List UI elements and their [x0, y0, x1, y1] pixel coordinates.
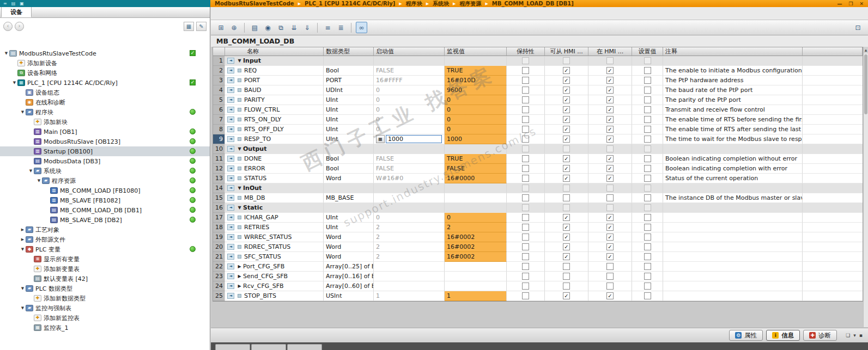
table-row[interactable]: 24◄▶Rcv_CFG_SFBArray[0..60] of Byte	[213, 281, 863, 291]
table-row[interactable]: 23◄▶Send_CFG_SFBArray[0..16] of Byte	[213, 272, 863, 281]
table-row[interactable]: 12◄ERRORBoolFALSEFALSEBoolean indicating…	[213, 164, 863, 174]
tree-expander-icon[interactable]: ▼	[11, 81, 17, 85]
table-row[interactable]: 6◄FLOW_CTRLUInt00Transmit and receive fl…	[213, 105, 863, 115]
column-header[interactable]: 在 HMI ...	[588, 47, 632, 56]
hmi-accessible-checkbox[interactable]	[563, 116, 570, 123]
hmi-visible-checkbox[interactable]	[606, 106, 614, 113]
tree-expander-icon[interactable]: ▼	[20, 247, 26, 251]
tree-item[interactable]: ▼▰程序块	[0, 107, 210, 117]
row-expander-icon[interactable]: ▼	[236, 205, 243, 210]
start-value-cell[interactable]: FALSE	[374, 66, 445, 76]
start-value-cell[interactable]	[374, 193, 445, 203]
table-row[interactable]: 20◄RDREC_STATUSWord216#0002	[213, 242, 863, 252]
data-type-cell[interactable]: USInt	[324, 291, 374, 301]
data-type-cell[interactable]: UInt	[324, 134, 374, 144]
tree-item[interactable]: ▥ModbusRtuSlave [OB123]	[0, 137, 210, 146]
variable-name-cell[interactable]: ◄PORT	[225, 76, 324, 85]
hmi-accessible-checkbox[interactable]	[563, 67, 570, 74]
insert-row-icon[interactable]: ⊞	[215, 22, 227, 33]
tree-expander-icon[interactable]: ▶	[20, 228, 26, 232]
forward-button[interactable]: ›	[15, 22, 24, 31]
start-value-cell[interactable]: 0	[374, 213, 445, 223]
tree-item[interactable]: ▥MB_COMM_LOAD [FB1080]	[0, 186, 210, 195]
breadcrumb-item[interactable]: 程序块	[406, 0, 422, 7]
tree-item[interactable]: ▤MB_SLAVE_DB [DB2]	[0, 215, 210, 225]
edit-columns-icon[interactable]: ✎	[196, 22, 207, 31]
variable-name-cell[interactable]: ◄ICHAR_GAP	[225, 213, 324, 223]
setpoint-checkbox[interactable]	[644, 87, 651, 94]
variable-name-cell[interactable]: ◄STOP_BITS	[225, 291, 324, 301]
retain-checkbox[interactable]	[522, 145, 529, 152]
hmi-visible-checkbox[interactable]	[606, 165, 614, 172]
start-value-cell[interactable]: ▦1000	[374, 134, 445, 144]
tree-item[interactable]: ◉在线和诊断	[0, 97, 210, 107]
retain-checkbox[interactable]	[522, 57, 529, 64]
breadcrumb-item[interactable]: ModbusRtuSlaveTestCode	[215, 1, 294, 7]
comment-cell[interactable]: Boolean indicating completion with error	[663, 164, 803, 174]
tree-item[interactable]: ⧉设备和网络	[0, 68, 210, 78]
tree-item[interactable]: ▼▰PLC 数据类型	[0, 284, 210, 293]
data-type-cell[interactable]: Bool	[324, 154, 374, 164]
start-value-cell[interactable]: 0	[374, 115, 445, 125]
breadcrumb-item[interactable]: MB_COMM_LOAD_DB [DB1]	[492, 1, 574, 7]
tree-item[interactable]: ▥MB_SLAVE [FB1082]	[0, 195, 210, 205]
monitor-value-cell[interactable]	[445, 144, 507, 154]
tree-item[interactable]: ▼◆PLC 变量	[0, 244, 210, 254]
comment-cell[interactable]	[663, 232, 803, 242]
setpoint-checkbox[interactable]	[644, 194, 651, 201]
start-value-cell[interactable]: W#16#0	[374, 174, 445, 183]
hmi-accessible-checkbox[interactable]	[563, 263, 570, 270]
monitor-value-cell[interactable]: 1000	[445, 134, 507, 144]
hmi-visible-checkbox[interactable]	[606, 175, 614, 182]
monitor-value-cell[interactable]: 9600	[445, 85, 507, 95]
table-row[interactable]: 2◄REQBoolFALSETRUEThe enable to initiate…	[213, 66, 863, 76]
start-value-cell[interactable]	[374, 183, 445, 193]
data-type-cell[interactable]: Bool	[324, 66, 374, 76]
tree-item[interactable]: ▤ModbusData [DB3]	[0, 156, 210, 166]
hmi-visible-checkbox[interactable]	[606, 77, 614, 84]
hmi-visible-checkbox[interactable]	[606, 96, 614, 103]
hmi-accessible-checkbox[interactable]	[563, 243, 570, 250]
data-type-cell[interactable]	[324, 203, 374, 213]
data-type-cell[interactable]	[324, 183, 374, 193]
breadcrumb-item[interactable]: 程序资源	[459, 0, 481, 7]
comment-cell[interactable]	[663, 281, 803, 291]
start-value-cell[interactable]: FALSE	[374, 154, 445, 164]
view-options-icon[interactable]: ▦	[184, 22, 194, 31]
table-row[interactable]: 3◄PORTPORT16#FFFF16#010DThe PtP hardware…	[213, 76, 863, 85]
hmi-accessible-checkbox[interactable]	[563, 273, 570, 280]
retain-checkbox[interactable]	[522, 283, 529, 290]
scrollbar-thumb[interactable]	[864, 54, 867, 114]
hmi-visible-checkbox[interactable]	[606, 185, 614, 192]
tree-expander-icon[interactable]: ▼	[3, 51, 9, 56]
variable-name-cell[interactable]: ◄▶Send_CFG_SFB	[225, 272, 324, 281]
retain-checkbox[interactable]	[522, 67, 529, 74]
row-expander-icon[interactable]: ▶	[236, 284, 243, 288]
hmi-visible-checkbox[interactable]	[606, 145, 614, 152]
tree-expander-icon[interactable]: ▼	[20, 286, 26, 291]
tree-item[interactable]: ✚添加新数据类型	[0, 293, 210, 303]
minimize-button[interactable]: —	[837, 1, 842, 7]
close-panel-icon[interactable]: ▪	[859, 333, 863, 338]
tree-item[interactable]: ▥Main [OB1]	[0, 127, 210, 137]
comment-cell[interactable]: The parity of the PtP port	[663, 95, 803, 105]
column-header[interactable]: 保持性	[507, 47, 545, 56]
hmi-accessible-checkbox[interactable]	[563, 87, 570, 94]
setpoint-checkbox[interactable]	[644, 253, 651, 260]
table-row[interactable]: 21◄SFC_STATUSWord216#0002	[213, 252, 863, 262]
breadcrumb-item[interactable]: PLC_1 [CPU 1214C AC/DC/Rly]	[305, 1, 395, 7]
comment-cell[interactable]	[663, 252, 803, 262]
back-button[interactable]: ‹	[3, 22, 13, 31]
variable-name-cell[interactable]: ◄RTS_OFF_DLY	[225, 125, 324, 134]
tree-item[interactable]: ▼▤ModbusRtuSlaveTestCode✓	[0, 48, 210, 58]
column-header[interactable]: 数据类型	[324, 47, 374, 56]
maximize-editor-icon[interactable]: ⊡	[852, 22, 864, 33]
row-expander-icon[interactable]: ▼	[236, 186, 243, 191]
retain-checkbox[interactable]	[522, 273, 529, 280]
retain-checkbox[interactable]	[522, 292, 529, 299]
variable-name-cell[interactable]: ◄▼InOut	[225, 183, 324, 193]
retain-checkbox[interactable]	[522, 96, 529, 103]
comment-cell[interactable]	[663, 203, 803, 213]
comment-cell[interactable]	[663, 223, 803, 232]
monitor-value-cell[interactable]	[445, 272, 507, 281]
